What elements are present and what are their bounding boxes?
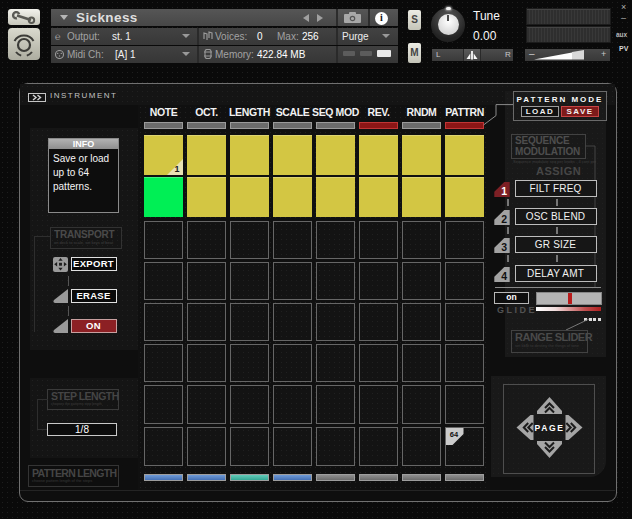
svg-text:2: 2 — [501, 213, 507, 225]
svg-text:1: 1 — [501, 185, 507, 197]
svg-text:PAGE: PAGE — [535, 423, 565, 433]
svg-text:4: 4 — [501, 270, 507, 282]
svg-text:64: 64 — [450, 430, 459, 439]
svg-text:1: 1 — [174, 164, 179, 174]
svg-text:3: 3 — [501, 241, 507, 253]
